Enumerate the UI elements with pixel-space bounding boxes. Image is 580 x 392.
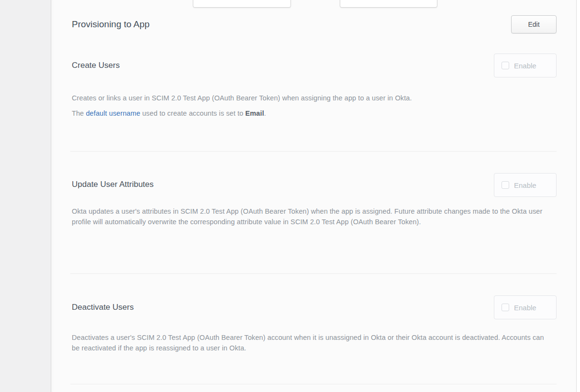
note-middle: used to create accounts is set to	[140, 109, 245, 117]
section-divider	[70, 151, 557, 152]
default-username-link[interactable]: default username	[86, 109, 140, 117]
partial-input-right[interactable]	[340, 0, 437, 8]
update-user-attributes-description: Okta updates a user's attributes in SCIM…	[72, 207, 553, 227]
enable-label: Enable	[514, 62, 536, 70]
section-divider	[70, 273, 557, 274]
enable-toggle-create-users[interactable]: Enable	[494, 54, 557, 77]
section-divider	[70, 384, 557, 384]
enable-checkbox[interactable]	[502, 181, 509, 189]
enable-checkbox[interactable]	[502, 304, 509, 311]
page-title: Provisioning to App	[72, 19, 150, 30]
edit-button[interactable]: Edit	[511, 15, 557, 33]
enable-toggle-update-user-attributes[interactable]: Enable	[494, 173, 557, 197]
enable-label: Enable	[514, 304, 536, 312]
left-sidebar	[0, 0, 51, 392]
create-users-username-note: The default username used to create acco…	[72, 109, 553, 119]
create-users-description: Creates or links a user in SCIM 2.0 Test…	[72, 93, 553, 104]
section-title-deactivate-users: Deactivate Users	[72, 303, 134, 312]
note-value: Email	[245, 109, 264, 117]
note-suffix: .	[264, 109, 266, 117]
enable-toggle-deactivate-users[interactable]: Enable	[494, 295, 557, 319]
note-prefix: The	[72, 109, 86, 117]
section-title-create-users: Create Users	[72, 61, 120, 70]
provisioning-panel: Provisioning to App Edit Create Users En…	[51, 0, 577, 392]
deactivate-users-description: Deactivates a user's SCIM 2.0 Test App (…	[72, 333, 553, 353]
section-title-update-user-attributes: Update User Attributes	[72, 180, 154, 189]
enable-label: Enable	[514, 181, 536, 189]
enable-checkbox[interactable]	[502, 62, 509, 69]
partial-input-left[interactable]	[193, 0, 291, 8]
